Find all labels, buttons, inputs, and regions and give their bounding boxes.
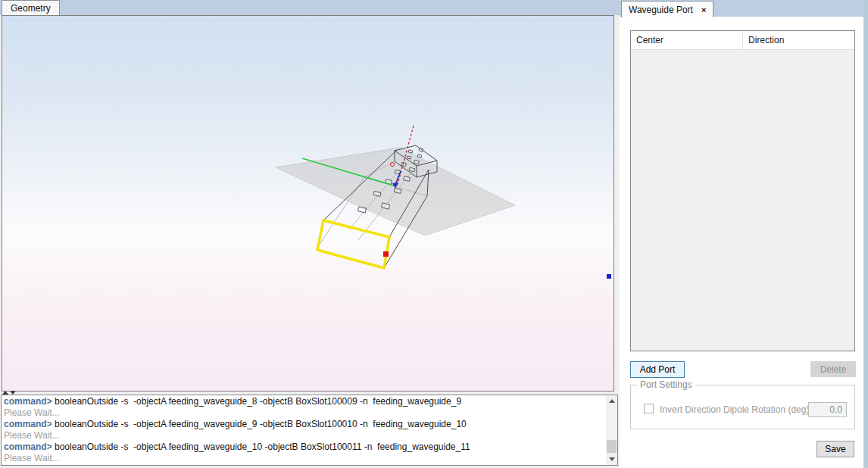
scroll-down-button[interactable] bbox=[606, 454, 617, 465]
port-table-body[interactable] bbox=[631, 49, 854, 351]
delete-button: Delete bbox=[810, 361, 856, 377]
red-vertex-marker[interactable] bbox=[383, 251, 389, 257]
command-text: booleanOutside -s -objectA feeding_waveg… bbox=[52, 419, 467, 429]
console-status-line: Please Wait... bbox=[4, 453, 604, 464]
3d-viewport[interactable] bbox=[2, 15, 614, 392]
command-text: booleanOutside -s -objectA feeding_waveg… bbox=[52, 441, 470, 452]
tab-geometry-label: Geometry bbox=[11, 3, 51, 14]
console-status-line: Please Wait... bbox=[4, 407, 604, 419]
column-header-center[interactable]: Center bbox=[631, 31, 743, 49]
console-log[interactable]: command> booleanOutside -s -objectA feed… bbox=[4, 396, 604, 464]
add-port-button[interactable]: Add Port bbox=[630, 361, 685, 378]
port-settings-title: Port Settings bbox=[637, 379, 695, 390]
window-edge-strip bbox=[863, 0, 868, 468]
port-list-table[interactable]: Center Direction bbox=[630, 30, 855, 351]
blue-vertex-marker[interactable] bbox=[607, 274, 611, 279]
scroll-down-icon bbox=[609, 457, 615, 461]
port-table-header: Center Direction bbox=[631, 31, 854, 50]
selected-port-face-highlight[interactable] bbox=[317, 220, 389, 268]
save-button[interactable]: Save bbox=[816, 441, 854, 457]
status-text: Please Wait... bbox=[4, 407, 60, 418]
tab-waveguide-port-label: Waveguide Port bbox=[629, 5, 693, 15]
tab-waveguide-port[interactable]: Waveguide Port × bbox=[621, 1, 713, 17]
console-command-line: command> booleanOutside -s -objectA feed… bbox=[4, 396, 604, 407]
app-window: Geometry bbox=[0, 0, 868, 468]
command-text: booleanOutside -s -objectA feeding_waveg… bbox=[52, 396, 461, 407]
tab-close-icon[interactable]: × bbox=[701, 5, 706, 14]
left-tab-strip bbox=[0, 0, 620, 15]
dipole-rotation-input bbox=[808, 402, 847, 417]
tab-geometry[interactable]: Geometry bbox=[2, 0, 60, 15]
invert-direction-label: Invert Direction bbox=[660, 404, 721, 415]
command-prompt: command> bbox=[4, 396, 52, 407]
scroll-up-icon bbox=[609, 399, 615, 403]
command-prompt: command> bbox=[4, 419, 52, 429]
command-console[interactable]: command> booleanOutside -s -objectA feed… bbox=[1, 395, 618, 466]
status-text: Please Wait... bbox=[4, 430, 60, 441]
scrollbar-thumb[interactable] bbox=[607, 440, 617, 453]
column-header-direction[interactable]: Direction bbox=[743, 31, 854, 49]
console-command-line: command> booleanOutside -s -objectA feed… bbox=[4, 419, 604, 430]
scroll-up-button[interactable] bbox=[606, 395, 617, 407]
console-scrollbar[interactable] bbox=[606, 395, 617, 465]
dipole-rotation-label: Dipole Rotation (deg): bbox=[723, 404, 812, 415]
console-command-line: command> booleanOutside -s -objectA feed… bbox=[4, 441, 604, 453]
invert-direction-checkbox bbox=[644, 404, 654, 413]
console-status-line: Please Wait... bbox=[4, 430, 604, 441]
splitter-down-icon bbox=[10, 391, 16, 395]
3d-scene bbox=[2, 16, 614, 391]
command-prompt: command> bbox=[4, 441, 52, 452]
splitter-up-icon bbox=[2, 391, 8, 395]
status-text: Please Wait... bbox=[4, 453, 60, 463]
waveguide-port-panel: Waveguide Port × Center Direction Add Po… bbox=[620, 0, 863, 468]
port-settings-group: Port Settings Invert Direction Dipole Ro… bbox=[630, 385, 855, 429]
